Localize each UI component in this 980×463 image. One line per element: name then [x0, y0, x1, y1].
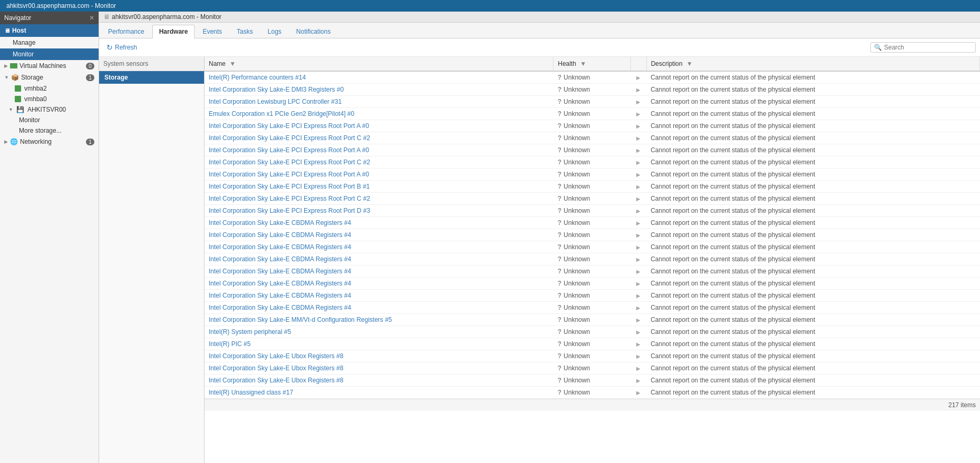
tab-tasks[interactable]: Tasks [230, 25, 260, 38]
table-row[interactable]: Intel Corporation Sky Lake-E CBDMA Regis… [205, 302, 980, 314]
table-row[interactable]: Intel Corporation Sky Lake-E Ubox Regist… [205, 350, 980, 362]
monitor-label: Monitor [13, 51, 34, 58]
cell-expand[interactable]: ▶ [631, 84, 646, 96]
health-value: Unknown [564, 207, 590, 214]
table-row[interactable]: Intel(R) Unassigned class #17?Unknown▶Ca… [205, 387, 980, 399]
health-question-icon: ? [558, 389, 561, 396]
sidebar-item-host[interactable]: 🖥 Host [0, 24, 99, 37]
sidebar-item-manage[interactable]: Manage [0, 37, 99, 48]
sidebar-item-virtual-machines[interactable]: ▶ Virtual Machines 0 [0, 60, 99, 72]
cell-expand[interactable]: ▶ [631, 229, 646, 241]
cell-expand[interactable]: ▶ [631, 241, 646, 253]
cell-expand[interactable]: ▶ [631, 169, 646, 181]
cell-health: ?Unknown [554, 350, 631, 362]
health-value: Unknown [564, 171, 590, 178]
cell-expand[interactable]: ▶ [631, 326, 646, 338]
table-row[interactable]: Intel Corporation Sky Lake-E CBDMA Regis… [205, 217, 980, 229]
cell-expand[interactable]: ▶ [631, 120, 646, 132]
cell-expand[interactable]: ▶ [631, 265, 646, 278]
table-row[interactable]: Intel Corporation Lewisburg LPC Controll… [205, 96, 980, 108]
cell-health: ?Unknown [554, 96, 631, 108]
tab-events[interactable]: Events [196, 25, 229, 38]
table-row[interactable]: Intel Corporation Sky Lake-E CBDMA Regis… [205, 229, 980, 241]
cell-expand[interactable]: ▶ [631, 290, 646, 302]
sidebar-item-vmhba2[interactable]: vmhba2 [0, 83, 99, 94]
refresh-label: Refresh [115, 44, 137, 51]
refresh-button[interactable]: ↻ Refresh [103, 42, 140, 53]
health-value: Unknown [564, 159, 590, 166]
health-question-icon: ? [558, 159, 561, 166]
health-value: Unknown [564, 98, 590, 105]
cell-expand[interactable]: ▶ [631, 387, 646, 399]
cell-expand[interactable]: ▶ [631, 302, 646, 314]
cell-expand[interactable]: ▶ [631, 362, 646, 375]
sidebar-item-vmhba0[interactable]: vmhba0 [0, 94, 99, 104]
tab-logs[interactable]: Logs [261, 25, 288, 38]
table-row[interactable]: Intel Corporation Sky Lake-E Ubox Regist… [205, 375, 980, 387]
sidebar-item-ahkit-monitor[interactable]: Monitor [0, 115, 99, 125]
cell-expand[interactable]: ▶ [631, 132, 646, 144]
col-health[interactable]: Health ▼ [554, 57, 631, 71]
cell-expand[interactable]: ▶ [631, 338, 646, 350]
table-row[interactable]: Intel Corporation Sky Lake-E PCI Express… [205, 193, 980, 205]
sidebar-item-more-storage[interactable]: More storage... [0, 125, 99, 136]
table-row[interactable]: Intel Corporation Sky Lake-E CBDMA Regis… [205, 241, 980, 253]
table-row[interactable]: Intel(R) System peripheral #5?Unknown▶Ca… [205, 326, 980, 338]
cell-expand[interactable]: ▶ [631, 193, 646, 205]
table-row[interactable]: Intel Corporation Sky Lake-E PCI Express… [205, 144, 980, 156]
table-row[interactable]: Intel Corporation Sky Lake-E Ubox Regist… [205, 362, 980, 375]
tab-hardware[interactable]: Hardware [152, 25, 195, 38]
cell-expand[interactable]: ▶ [631, 375, 646, 387]
table-row[interactable]: Intel Corporation Sky Lake-E MM/Vt-d Con… [205, 314, 980, 326]
cell-expand[interactable]: ▶ [631, 156, 646, 169]
cell-expand[interactable]: ▶ [631, 144, 646, 156]
sidebar-item-networking[interactable]: ▶ 🌐 Networking 1 [0, 136, 99, 147]
sidebar-item-monitor[interactable]: Monitor [0, 48, 99, 60]
table-row[interactable]: Intel(R) Performance counters #14?Unknow… [205, 71, 980, 84]
cell-expand[interactable]: ▶ [631, 108, 646, 120]
tab-performance[interactable]: Performance [101, 25, 151, 38]
tab-notifications[interactable]: Notifications [289, 25, 337, 38]
table-row[interactable]: Intel Corporation Sky Lake-E PCI Express… [205, 120, 980, 132]
vmhba2-label: vmhba2 [24, 85, 47, 92]
cell-description: Cannot report on the current status of t… [646, 193, 979, 205]
cell-name: Intel Corporation Sky Lake-E CBDMA Regis… [205, 241, 554, 253]
cell-expand[interactable]: ▶ [631, 96, 646, 108]
cell-expand[interactable]: ▶ [631, 253, 646, 265]
cell-expand[interactable]: ▶ [631, 205, 646, 217]
sensor-item-storage[interactable]: Storage [99, 71, 204, 84]
table-row[interactable]: Intel(R) PIC #5?Unknown▶Cannot report on… [205, 338, 980, 350]
search-input[interactable] [884, 44, 968, 51]
cell-expand[interactable]: ▶ [631, 181, 646, 193]
cell-expand[interactable]: ▶ [631, 314, 646, 326]
table-row[interactable]: Intel Corporation Sky Lake-E PCI Express… [205, 169, 980, 181]
cell-name: Intel(R) Unassigned class #17 [205, 387, 554, 399]
sidebar-item-ahkitsvr00[interactable]: ▼ 💾 AHKITSVR00 [0, 104, 99, 115]
table-row[interactable]: Intel Corporation Sky Lake-E CBDMA Regis… [205, 290, 980, 302]
navigator-close-icon[interactable]: ✕ [89, 14, 94, 22]
table-row[interactable]: Intel Corporation Sky Lake-E CBDMA Regis… [205, 278, 980, 290]
table-row[interactable]: Intel Corporation Sky Lake-E CBDMA Regis… [205, 265, 980, 278]
sidebar-item-storage[interactable]: ▼ 📦 Storage 1 [0, 72, 99, 83]
table-row[interactable]: Intel Corporation Sky Lake-E DMI3 Regist… [205, 84, 980, 96]
cell-expand[interactable]: ▶ [631, 350, 646, 362]
col-description[interactable]: Description ▼ [646, 57, 979, 71]
table-row[interactable]: Intel Corporation Sky Lake-E PCI Express… [205, 132, 980, 144]
cell-name: Intel Corporation Sky Lake-E PCI Express… [205, 120, 554, 132]
vmhba0-label: vmhba0 [24, 95, 47, 103]
cell-expand[interactable]: ▶ [631, 278, 646, 290]
table-row[interactable]: Intel Corporation Sky Lake-E PCI Express… [205, 181, 980, 193]
cell-expand[interactable]: ▶ [631, 217, 646, 229]
table-row[interactable]: Intel Corporation Sky Lake-E CBDMA Regis… [205, 253, 980, 265]
col-name[interactable]: Name ▼ [205, 57, 554, 71]
table-row[interactable]: Intel Corporation Sky Lake-E PCI Express… [205, 156, 980, 169]
table-row[interactable]: Emulex Corporation x1 PCIe Gen2 Bridge[P… [205, 108, 980, 120]
cell-name: Emulex Corporation x1 PCIe Gen2 Bridge[P… [205, 108, 554, 120]
health-question-icon: ? [558, 110, 561, 117]
health-question-icon: ? [558, 255, 561, 263]
table-row[interactable]: Intel Corporation Sky Lake-E PCI Express… [205, 205, 980, 217]
health-value: Unknown [564, 183, 590, 190]
cell-expand[interactable]: ▶ [631, 71, 646, 84]
cell-description: Cannot report on the current status of t… [646, 120, 979, 132]
cell-description: Cannot report on the current status of t… [646, 144, 979, 156]
